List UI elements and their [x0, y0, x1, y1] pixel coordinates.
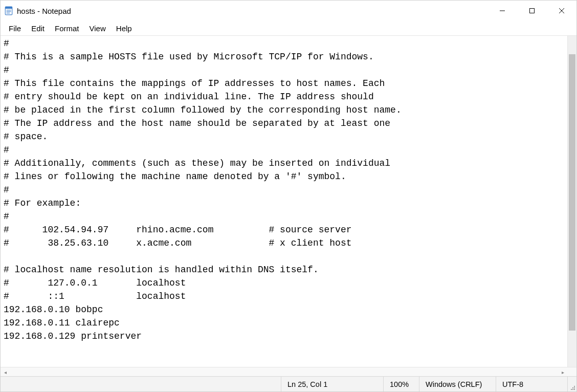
status-line-ending: Windows (CRLF) [419, 377, 496, 391]
statusbar: Ln 25, Col 1 100% Windows (CRLF) UTF-8 [1, 376, 576, 391]
editor-wrapper: # # This is a sample HOSTS file used by … [1, 35, 576, 376]
menu-file[interactable]: File [4, 23, 26, 34]
close-button[interactable] [547, 1, 576, 21]
status-zoom: 100% [383, 377, 419, 391]
hscroll-left-arrow-icon[interactable]: ◂ [1, 367, 10, 376]
menubar: File Edit Format View Help [1, 21, 576, 35]
svg-rect-1 [5, 7, 12, 9]
hscroll-right-arrow-icon[interactable]: ▸ [558, 367, 567, 376]
titlebar: hosts - Notepad [1, 1, 576, 21]
vertical-scrollbar[interactable] [567, 36, 576, 367]
text-editor[interactable]: # # This is a sample HOSTS file used by … [1, 36, 576, 367]
menu-view[interactable]: View [84, 23, 111, 34]
editor-area: # # This is a sample HOSTS file used by … [1, 36, 576, 367]
svg-rect-6 [530, 9, 535, 13]
menu-format[interactable]: Format [50, 23, 84, 34]
menu-help[interactable]: Help [111, 23, 137, 34]
minimize-button[interactable] [487, 1, 517, 21]
status-spacer [1, 377, 281, 391]
window-title: hosts - Notepad [17, 7, 71, 15]
window-controls [487, 1, 576, 21]
notepad-icon [4, 6, 14, 16]
maximize-button[interactable] [517, 1, 547, 21]
status-cursor-position: Ln 25, Col 1 [281, 377, 383, 391]
vertical-scrollbar-thumb[interactable] [569, 54, 575, 331]
menu-edit[interactable]: Edit [26, 23, 50, 34]
horizontal-scrollbar[interactable]: ◂ ▸ [1, 367, 576, 376]
status-encoding: UTF-8 [496, 377, 567, 391]
resize-grip[interactable] [567, 377, 576, 391]
